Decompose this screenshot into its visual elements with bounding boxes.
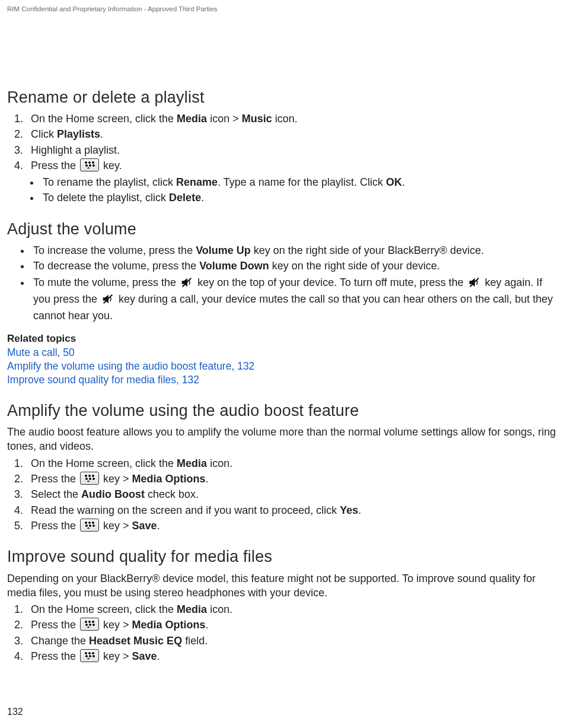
- bold: Media Options: [132, 473, 206, 485]
- heading-rename-delete-playlist: Rename or delete a playlist: [7, 87, 558, 108]
- step-item: Press the key.: [26, 158, 558, 173]
- sub-bullets-rename-delete: To rename the playlist, click Rename. Ty…: [7, 175, 558, 205]
- text: Press the: [31, 650, 79, 662]
- text: Press the: [31, 619, 79, 631]
- text: .: [402, 176, 405, 188]
- step-item: Change the Headset Music EQ field.: [26, 634, 558, 648]
- bold: Media: [177, 603, 207, 615]
- step-item: Press the key > Media Options.: [26, 472, 558, 486]
- bold: Headset Music EQ: [89, 635, 182, 647]
- text: key >: [100, 650, 132, 662]
- text: .: [206, 619, 209, 631]
- menu-key-icon: [80, 158, 99, 171]
- heading-improve-sound-quality: Improve sound quality for media files: [7, 546, 558, 567]
- step-item: Press the key > Media Options.: [26, 618, 558, 632]
- bullet-item: To decrease the volume, press the Volume…: [31, 259, 558, 273]
- text: key >: [100, 473, 132, 485]
- step-item: On the Home screen, click the Media icon…: [26, 602, 558, 616]
- text: Press the: [31, 520, 79, 532]
- bold: Audio Boost: [81, 488, 145, 500]
- text: .: [358, 504, 361, 516]
- step-item: Press the key > Save.: [26, 649, 558, 663]
- page-number: 132: [7, 705, 23, 719]
- text: icon.: [272, 113, 298, 125]
- text: key >: [100, 619, 132, 631]
- steps-audio-boost: On the Home screen, click the Media icon…: [7, 456, 558, 533]
- bold: Music: [242, 113, 272, 125]
- text: Change the: [31, 635, 89, 647]
- text: key on the top of your device. To turn o…: [194, 276, 467, 288]
- bold: Media Options: [132, 619, 206, 631]
- text: .: [157, 650, 160, 662]
- related-link-audio-boost[interactable]: Amplify the volume using the audio boost…: [7, 360, 558, 373]
- bullet-item: To delete the playlist, click Delete.: [40, 190, 558, 205]
- step-item: Read the warning on the screen and if yo…: [26, 503, 558, 517]
- bullets-adjust-volume: To increase the volume, press the Volume…: [7, 243, 558, 324]
- mute-key-icon: [101, 293, 114, 306]
- intro-improve-sound-quality: Depending on your BlackBerry® device mod…: [7, 571, 558, 600]
- step-item: Select the Audio Boost check box.: [26, 487, 558, 501]
- text: .: [206, 473, 209, 485]
- text: . Type a name for the playlist. Click: [218, 176, 386, 188]
- bold: Delete: [169, 192, 201, 204]
- menu-key-icon: [80, 519, 99, 532]
- text: To increase the volume, press the: [33, 244, 196, 256]
- heading-audio-boost: Amplify the volume using the audio boost…: [7, 400, 558, 421]
- text: To rename the playlist, click: [43, 176, 176, 188]
- bullet-item: To mute the volume, press the key on the…: [31, 275, 558, 325]
- confidential-header: RIM Confidential and Proprietary Informa…: [7, 5, 558, 14]
- menu-key-icon: [80, 618, 99, 631]
- steps-improve-sound-quality: On the Home screen, click the Media icon…: [7, 602, 558, 663]
- bold: Playlists: [57, 128, 100, 140]
- text: check box.: [145, 488, 199, 500]
- text: On the Home screen, click the: [31, 113, 177, 125]
- step-item: Click Playlists.: [26, 127, 558, 141]
- text: key.: [100, 160, 122, 171]
- heading-adjust-volume: Adjust the volume: [7, 218, 558, 240]
- menu-key-icon: [80, 472, 99, 485]
- text: Press the: [31, 160, 79, 171]
- text: key on the right side of your device.: [269, 260, 440, 272]
- step-item: On the Home screen, click the Media icon…: [26, 456, 558, 471]
- text: Press the: [31, 473, 79, 485]
- text: Select the: [31, 488, 81, 500]
- text: On the Home screen, click the: [31, 457, 177, 469]
- bold: Yes: [340, 504, 358, 516]
- bold: OK: [386, 176, 402, 188]
- text: On the Home screen, click the: [31, 603, 177, 615]
- text: icon.: [207, 603, 232, 615]
- text: key on the right side of your BlackBerry…: [251, 244, 484, 256]
- bullet-item: To rename the playlist, click Rename. Ty…: [40, 175, 558, 189]
- text: To delete the playlist, click: [43, 192, 169, 204]
- intro-audio-boost: The audio boost feature allows you to am…: [7, 425, 558, 454]
- step-item: Highlight a playlist.: [26, 143, 558, 157]
- bold: Save: [132, 650, 157, 662]
- bold: Media: [177, 457, 207, 469]
- bullet-item: To increase the volume, press the Volume…: [31, 243, 558, 257]
- text: .: [100, 128, 103, 140]
- related-link-mute-call[interactable]: Mute a call, 50: [7, 346, 558, 360]
- step-item: On the Home screen, click the Media icon…: [26, 112, 558, 126]
- text: icon.: [207, 457, 232, 469]
- text: Click: [31, 128, 57, 140]
- mute-key-icon: [180, 276, 193, 289]
- bold: Media: [177, 113, 207, 125]
- related-topics-heading: Related topics: [7, 332, 558, 346]
- text: icon >: [207, 113, 242, 125]
- text: Read the warning on the screen and if yo…: [31, 504, 340, 516]
- bold: Volume Down: [199, 260, 269, 272]
- text: Highlight a playlist.: [31, 144, 120, 156]
- text: .: [157, 520, 160, 532]
- menu-key-icon: [80, 649, 99, 662]
- bold: Save: [132, 520, 157, 532]
- text: .: [201, 192, 204, 204]
- steps-rename-delete: On the Home screen, click the Media icon…: [7, 112, 558, 173]
- bold: Rename: [176, 176, 218, 188]
- text: To mute the volume, press the: [33, 276, 179, 288]
- text: key >: [100, 520, 132, 532]
- related-link-sound-quality[interactable]: Improve sound quality for media files, 1…: [7, 373, 558, 387]
- text: field.: [182, 635, 208, 647]
- text: To decrease the volume, press the: [33, 260, 199, 272]
- bold: Volume Up: [196, 244, 251, 256]
- mute-key-icon: [468, 276, 481, 289]
